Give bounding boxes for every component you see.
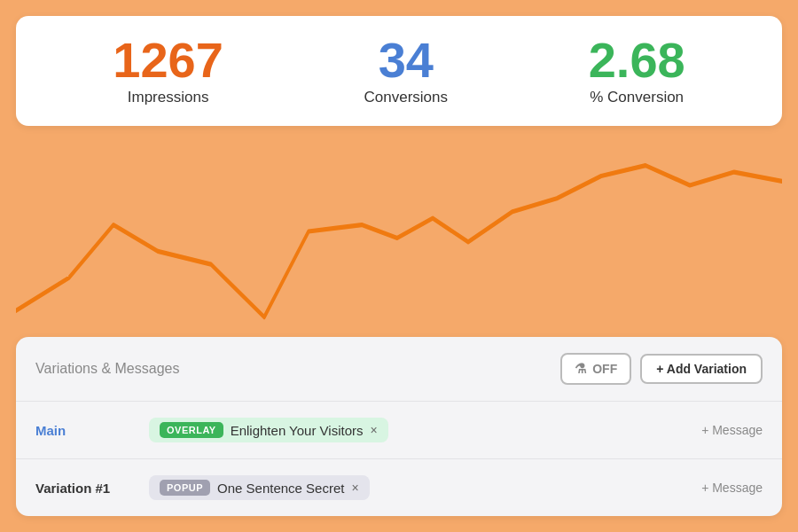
percent-conversion-label: % Conversion [590,89,684,106]
message-text-main: Enlighten Your Visitors [231,423,364,438]
impressions-label: Impressions [128,89,209,106]
add-message-1[interactable]: + Message [701,481,763,495]
variation-content-main: OVERLAY Enlighten Your Visitors × [149,418,685,442]
variation-row-1: Variation #1 POPUP One Sentence Secret ×… [16,459,782,516]
impressions-stat: 1267 Impressions [113,35,223,106]
add-variation-label: + Add Variation [656,362,747,376]
add-variation-button[interactable]: + Add Variation [640,354,763,384]
message-text-1: One Sentence Secret [217,481,344,496]
flask-icon: ⚗ [575,361,586,377]
chart-area [16,126,782,337]
tag-overlay-main: OVERLAY [160,422,223,438]
off-label: OFF [592,362,617,376]
conversions-label: Conversions [364,89,449,106]
message-pill-main: OVERLAY Enlighten Your Visitors × [149,418,388,442]
conversions-value: 34 [379,35,434,85]
stats-card: 1267 Impressions 34 Conversions 2.68 % C… [16,16,782,126]
percent-conversion-stat: 2.68 % Conversion [589,35,685,106]
off-button[interactable]: ⚗ OFF [560,353,631,385]
variation-row-main: Main OVERLAY Enlighten Your Visitors × +… [16,402,782,459]
close-main[interactable]: × [371,423,378,437]
panel-title: Variations & Messages [35,361,179,377]
header-actions: ⚗ OFF + Add Variation [560,353,763,385]
variation-name-main: Main [35,423,133,438]
percent-conversion-value: 2.68 [589,35,685,85]
conversions-stat: 34 Conversions [364,35,449,106]
tag-popup-1: POPUP [160,480,210,496]
message-pill-1: POPUP One Sentence Secret × [149,475,370,500]
add-message-main[interactable]: + Message [701,423,763,437]
close-1[interactable]: × [351,481,358,495]
variation-content-1: POPUP One Sentence Secret × [149,475,685,500]
bottom-panel: Variations & Messages ⚗ OFF + Add Variat… [16,337,782,516]
panel-header: Variations & Messages ⚗ OFF + Add Variat… [16,337,782,402]
variation-name-1: Variation #1 [35,481,133,496]
impressions-value: 1267 [113,35,223,85]
